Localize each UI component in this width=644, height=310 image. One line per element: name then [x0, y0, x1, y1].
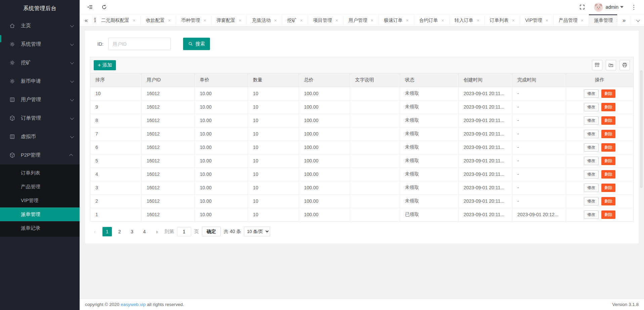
page-button-4[interactable]: 4	[140, 227, 149, 236]
tab-item[interactable]: 产品管理×	[554, 14, 589, 26]
tab-close-icon[interactable]: ×	[616, 18, 617, 23]
page-button-3[interactable]: 3	[127, 227, 137, 236]
edit-button[interactable]: 修改	[584, 170, 599, 179]
delete-button[interactable]: 删除	[601, 103, 615, 111]
avatar[interactable]	[594, 3, 603, 12]
print-button[interactable]	[619, 60, 630, 70]
tab-item[interactable]: 弹窗配置×	[212, 14, 247, 26]
tabs-menu-button[interactable]	[631, 14, 644, 26]
tab-item[interactable]: 挖矿×	[282, 14, 308, 26]
sidebar-item-mining[interactable]: 挖矿	[0, 53, 80, 72]
tab-item[interactable]: 转入订单×	[449, 14, 485, 26]
tab-close-icon[interactable]: ×	[512, 18, 515, 23]
tab-close-icon[interactable]: ×	[168, 18, 171, 23]
edit-button[interactable]: 修改	[584, 103, 599, 111]
sidebar-item-virtual-coin[interactable]: 虚拟币	[0, 127, 80, 146]
username[interactable]: admin	[606, 4, 618, 10]
goto-page-input[interactable]	[177, 227, 191, 236]
tab-close-icon[interactable]: ×	[477, 18, 479, 23]
delete-button[interactable]: 删除	[601, 197, 615, 205]
page-size-select[interactable]: 10 条/页	[244, 227, 270, 236]
sidebar-subitem-dispatch-mgmt[interactable]: 派单管理	[0, 207, 80, 221]
tab-item[interactable]: 置×	[93, 14, 96, 26]
export-button[interactable]	[606, 60, 616, 70]
tab-item[interactable]: 二元期权配置×	[96, 14, 141, 26]
delete-button[interactable]: 删除	[601, 170, 615, 179]
tabs-scroll-left-button[interactable]: «	[80, 14, 93, 26]
edit-button[interactable]: 修改	[584, 130, 599, 138]
cell-note	[350, 181, 400, 194]
next-page-button[interactable]: ›	[152, 227, 162, 236]
edit-button[interactable]: 修改	[584, 89, 599, 98]
sidebar-subitem-product-mgmt[interactable]: 产品管理	[0, 180, 80, 194]
edit-button[interactable]: 修改	[584, 143, 599, 152]
sidebar-collapse-button[interactable]	[83, 0, 97, 14]
sidebar-subitem-vip-mgmt[interactable]: VIP管理	[0, 194, 80, 207]
cell-created: 2023-09-01 20:11...	[459, 114, 512, 127]
delete-button[interactable]: 删除	[601, 210, 615, 219]
tab-close-icon[interactable]: ×	[546, 18, 548, 23]
tab-item[interactable]: 项目管理×	[308, 14, 343, 26]
goto-confirm-button[interactable]: 确定	[202, 227, 221, 236]
tab-item[interactable]: 极速订单×	[379, 14, 414, 26]
refresh-button[interactable]	[97, 0, 111, 14]
tab-close-icon[interactable]: ×	[406, 18, 409, 23]
sidebar-item-new-coin-apply[interactable]: 新币申请	[0, 72, 80, 90]
tab-close-icon[interactable]: ×	[300, 18, 303, 23]
sidebar-subitem-dispatch-log[interactable]: 派单记录	[0, 221, 80, 235]
delete-button[interactable]: 删除	[601, 89, 615, 98]
content-scrollbar-thumb[interactable]	[640, 70, 643, 188]
edit-button[interactable]: 修改	[584, 184, 599, 192]
cell-price: 10.00	[195, 114, 248, 127]
sidebar-item-order-mgmt[interactable]: 订单管理	[0, 109, 80, 127]
prev-page-button[interactable]: ‹	[90, 227, 99, 236]
tab-close-icon[interactable]: ×	[239, 18, 242, 23]
tab-item[interactable]: VIP管理×	[520, 14, 554, 26]
tab-item[interactable]: 币种管理×	[176, 14, 211, 26]
delete-button[interactable]: 删除	[601, 116, 615, 125]
page-button-1[interactable]: 1	[102, 227, 112, 236]
tab-item[interactable]: 充值活动×	[247, 14, 282, 26]
sidebar-item-user-mgmt[interactable]: 用户管理	[0, 90, 80, 109]
sidebar-item-system-mgmt[interactable]: 系统管理	[0, 35, 80, 53]
cell-note	[350, 208, 400, 221]
tab-close-icon[interactable]: ×	[581, 18, 584, 23]
tab-close-icon[interactable]: ×	[371, 18, 373, 23]
sidebar-item-p2p-mgmt[interactable]: P2P管理	[0, 146, 80, 164]
edit-button[interactable]: 修改	[584, 197, 599, 205]
tab-close-icon[interactable]: ×	[203, 18, 206, 23]
columns-toggle-button[interactable]	[592, 60, 602, 70]
tab-item[interactable]: 收款配置×	[141, 14, 176, 26]
cell-sort: 9	[90, 100, 141, 114]
tab-item[interactable]: 派单管理×	[589, 14, 617, 26]
sidebar-item-label: 挖矿	[21, 60, 70, 66]
tab-close-icon[interactable]: ×	[274, 18, 277, 23]
cell-price: 10.00	[195, 141, 248, 154]
tabs-scroll-right-button[interactable]: »	[617, 14, 631, 26]
edit-button[interactable]: 修改	[584, 210, 599, 219]
tab-item[interactable]: 订单列表×	[485, 14, 520, 26]
tab-item[interactable]: 用户管理×	[343, 14, 379, 26]
fullscreen-button[interactable]	[575, 0, 589, 14]
search-input[interactable]	[108, 38, 171, 50]
add-button[interactable]: + 添加	[94, 60, 116, 70]
delete-button[interactable]: 删除	[601, 184, 615, 192]
edit-button[interactable]: 修改	[584, 116, 599, 125]
tab-close-icon[interactable]: ×	[335, 18, 338, 23]
sidebar-subitem-order-list[interactable]: 订单列表	[0, 166, 80, 180]
sidebar-scrollbar-thumb[interactable]	[0, 35, 1, 42]
copyright-link[interactable]: easyweb.vip	[121, 302, 145, 307]
edit-button[interactable]: 修改	[584, 157, 599, 165]
tab-close-icon[interactable]: ×	[441, 18, 444, 23]
new-coin-icon	[9, 78, 16, 85]
search-button[interactable]: 搜索	[183, 38, 210, 50]
delete-button[interactable]: 删除	[601, 130, 615, 138]
tab-close-icon[interactable]: ×	[133, 18, 135, 23]
delete-button[interactable]: 删除	[601, 157, 615, 165]
main-area: admin ⋮ « 置×二元期权配置×收款配置×币种管理×弹窗配置×充值活动×挖…	[80, 0, 644, 310]
more-menu-button[interactable]: ⋮	[627, 4, 641, 11]
tab-item[interactable]: 合约订单×	[414, 14, 449, 26]
delete-button[interactable]: 删除	[601, 143, 615, 152]
sidebar-item-home[interactable]: 主页	[0, 16, 80, 35]
page-button-2[interactable]: 2	[115, 227, 124, 236]
